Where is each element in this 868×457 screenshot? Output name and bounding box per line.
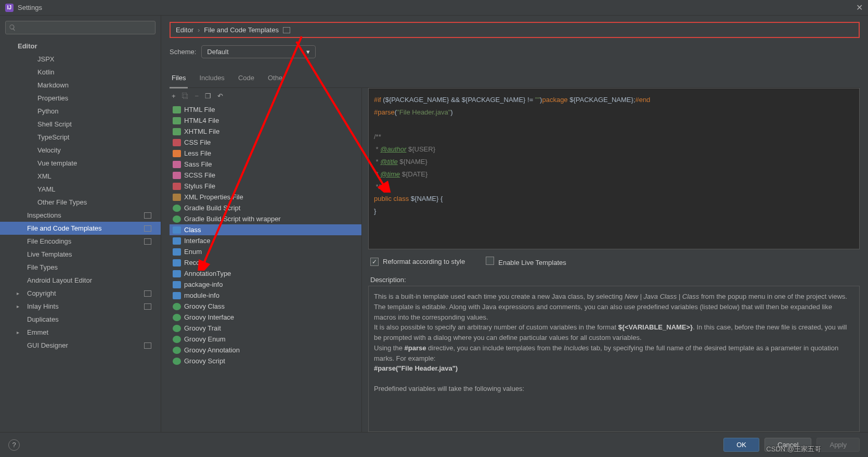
file-type-icon [173,248,181,256]
template-item[interactable]: HTML4 File [170,115,361,126]
project-scope-icon [144,290,151,297]
project-scope-icon [144,342,151,349]
template-item[interactable]: AnnotationType [170,268,361,279]
template-item[interactable]: Class [170,224,361,235]
file-type-icon [173,292,181,299]
copy-icon[interactable]: ❐ [205,92,211,100]
scheme-select[interactable]: Default ▾ [201,45,316,58]
template-item[interactable]: XHTML File [170,126,361,137]
template-item-label: module-info [184,291,219,299]
chevron-right-icon: › [198,26,200,34]
template-item[interactable]: Gradle Build Script with wrapper [170,213,361,224]
template-item[interactable]: Enum [170,246,361,257]
sidebar-item[interactable]: Live Templates [0,248,161,261]
template-item-label: AnnotationType [184,270,231,277]
template-item[interactable]: CSS File [170,137,361,148]
help-button[interactable]: ? [8,439,20,451]
sidebar-item[interactable]: Markdown [0,79,161,92]
template-item-label: XHTML File [184,128,219,135]
sidebar-item[interactable]: Shell Script [0,118,161,131]
copy-template-icon[interactable]: ⿻ [182,92,189,100]
sidebar-item[interactable]: Editor [0,40,161,53]
sidebar-item[interactable]: Inspections [0,209,161,222]
add-icon[interactable]: + [172,92,176,100]
template-item[interactable]: package-info [170,279,361,290]
sidebar-item[interactable]: GUI Designer [0,339,161,352]
ok-button[interactable]: OK [723,438,759,452]
breadcrumb-part[interactable]: Editor [176,26,193,34]
template-item[interactable]: Groovy Interface [170,312,361,323]
template-item[interactable]: XML Properties File [170,192,361,202]
sidebar-item[interactable]: YAML [0,183,161,196]
sidebar-item-label: XML [37,172,51,180]
sidebar-item[interactable]: Kotlin [0,66,161,79]
template-item[interactable]: Sass File [170,159,361,170]
template-item[interactable]: Groovy Script [170,356,361,366]
sidebar-item[interactable]: Properties [0,92,161,105]
sidebar-item[interactable]: XML [0,170,161,183]
template-list: HTML FileHTML4 FileXHTML FileCSS FileLes… [170,104,361,432]
undo-icon[interactable]: ↶ [217,92,223,100]
template-item[interactable]: module-info [170,290,361,301]
sidebar-item[interactable]: ▸Emmet [0,326,161,339]
sidebar-item-label: Python [37,107,58,115]
template-item[interactable]: Groovy Enum [170,334,361,345]
tab-includes[interactable]: Includes [197,71,226,87]
live-templates-checkbox[interactable]: Enable Live Templates [486,257,566,266]
template-item[interactable]: Groovy Class [170,301,361,312]
sidebar-item[interactable]: ▸Inlay Hints [0,300,161,313]
template-item-label: SCSS File [184,171,215,179]
reformat-checkbox[interactable]: Reformat according to style [370,258,465,266]
template-item[interactable]: HTML File [170,104,361,115]
template-item[interactable]: Groovy Annotation [170,345,361,356]
list-toolbar: + ⿻ − ❐ ↶ [170,88,361,104]
watermark: CSDN @王家五哥 [766,445,821,454]
sidebar-item-label: File Encodings [27,237,71,245]
template-item-label: HTML File [184,106,215,113]
sidebar-item[interactable]: Other File Types [0,196,161,209]
breadcrumb-part[interactable]: File and Code Templates [204,26,279,34]
sidebar-item[interactable]: Velocity [0,144,161,157]
template-item[interactable]: Groovy Trait [170,323,361,334]
tab-code[interactable]: Code [236,71,256,87]
sidebar-item[interactable]: Duplicates [0,313,161,326]
sidebar-item-label: Live Templates [27,250,72,258]
file-type-icon [173,172,181,179]
template-item[interactable]: Gradle Build Script [170,202,361,213]
tab-files[interactable]: Files [170,71,188,88]
sidebar-item[interactable]: Android Layout Editor [0,274,161,287]
sidebar-item-label: Android Layout Editor [27,276,92,284]
template-item-label: Interface [184,237,211,245]
sidebar-item[interactable]: TypeScript [0,131,161,144]
sidebar-item[interactable]: JSPX [0,53,161,66]
project-scope-icon [144,238,151,245]
template-item-label: Record [184,259,206,266]
sidebar-item[interactable]: Vue template [0,157,161,170]
editor-panel: #if (${PACKAGE_NAME} && ${PACKAGE_NAME} … [368,88,860,432]
checkbox-icon [486,257,494,265]
search-input[interactable] [5,21,156,34]
sidebar-item[interactable]: ▸Copyright [0,287,161,300]
template-item[interactable]: SCSS File [170,170,361,181]
apply-button[interactable]: Apply [817,438,860,452]
file-type-icon [173,128,181,135]
remove-icon[interactable]: − [195,92,199,100]
file-type-icon [173,205,181,212]
sidebar-item[interactable]: Python [0,105,161,118]
sidebar-item-label: Inlay Hints [27,302,59,310]
template-item[interactable]: Stylus File [170,181,361,192]
close-icon[interactable]: ✕ [856,3,863,12]
sidebar-item[interactable]: File and Code Templates [0,222,161,235]
sidebar-item[interactable]: File Types [0,261,161,274]
sidebar-item[interactable]: File Encodings [0,235,161,248]
template-item[interactable]: Interface [170,235,361,246]
template-item[interactable]: Record [170,257,361,268]
file-type-icon [173,215,181,223]
sidebar-item-label: Editor [18,42,37,50]
tab-other[interactable]: Other [266,71,287,87]
file-type-icon [173,270,181,277]
template-editor[interactable]: #if (${PACKAGE_NAME} && ${PACKAGE_NAME} … [368,88,860,249]
template-item[interactable]: Less File [170,148,361,159]
template-item-label: Sass File [184,160,212,168]
template-list-panel: + ⿻ − ❐ ↶ HTML FileHTML4 FileXHTML FileC… [170,88,362,432]
